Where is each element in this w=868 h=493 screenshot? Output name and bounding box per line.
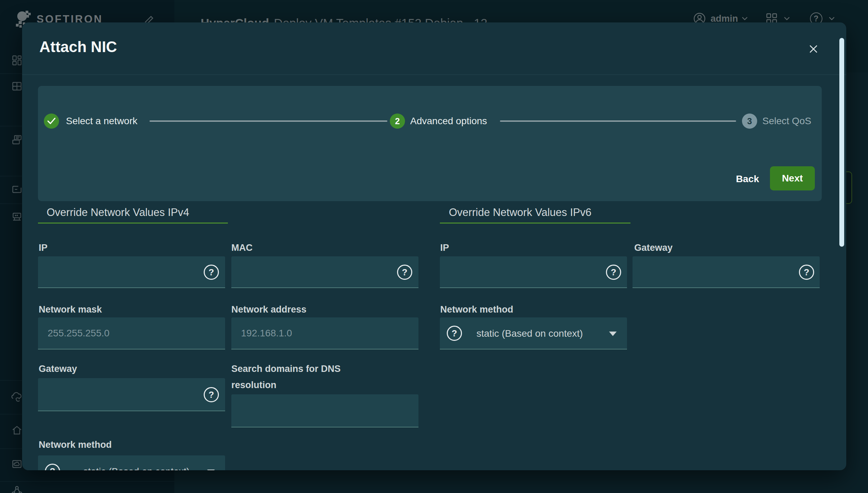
search-domains-field xyxy=(231,394,418,427)
network-address-input[interactable] xyxy=(231,317,418,349)
modal-title: Attach NIC xyxy=(39,38,117,56)
ipv6-gateway-field xyxy=(633,256,820,288)
ipv6-ip-field xyxy=(440,256,627,288)
step-number-badge: 2 xyxy=(390,114,405,129)
ipv4-mac-help-icon[interactable]: ? xyxy=(397,265,412,280)
method-help-icon[interactable]: ? xyxy=(45,464,60,470)
ipv4-ip-field xyxy=(38,256,225,288)
ipv4-network-method-select[interactable]: ? static (Based on context) xyxy=(38,455,225,470)
ipv6-ip-label: IP xyxy=(440,240,449,256)
ipv6-network-method-label: Network method xyxy=(440,302,513,318)
ipv6-gateway-help-icon[interactable]: ? xyxy=(799,265,814,280)
caret-down-icon xyxy=(609,332,617,336)
ipv4-mac-label: MAC xyxy=(231,240,253,256)
step-number-badge: 3 xyxy=(742,114,757,129)
step-label: Select QoS xyxy=(762,116,811,127)
ipv4-network-method-label: Network method xyxy=(39,437,112,453)
ipv4-ip-input[interactable] xyxy=(38,256,225,287)
step-connector xyxy=(150,120,387,122)
attach-nic-modal: Attach NIC Select a network 2 Advanced o… xyxy=(22,22,846,470)
ipv4-ip-help-icon[interactable]: ? xyxy=(204,265,219,280)
section-title-ipv4: Override Network Values IPv4 xyxy=(47,206,189,219)
ipv6-gateway-input[interactable] xyxy=(633,256,820,287)
step-done-check-icon xyxy=(44,114,59,129)
network-mask-field xyxy=(38,317,225,349)
close-icon[interactable] xyxy=(805,41,822,57)
network-mask-input[interactable] xyxy=(38,317,225,349)
caret-down-icon xyxy=(207,470,215,470)
section-title-ipv6: Override Network Values IPv6 xyxy=(449,206,591,219)
back-button[interactable]: Back xyxy=(725,172,770,186)
screen: SOFTIRON HyperCloudDeploy VM Templates #… xyxy=(0,0,868,493)
section-underline-ipv6 xyxy=(440,223,630,224)
search-domains-label: Search domains for DNS resolution xyxy=(231,361,380,393)
method-help-icon[interactable]: ? xyxy=(447,326,462,341)
modal-header-divider xyxy=(22,75,846,75)
section-underline-ipv4 xyxy=(38,223,228,224)
ipv4-ip-label: IP xyxy=(39,240,48,256)
ipv6-network-method-value: static (Based on context) xyxy=(476,328,583,339)
search-domains-textarea[interactable] xyxy=(231,394,418,427)
step-label: Select a network xyxy=(66,116,137,127)
ipv6-gateway-label: Gateway xyxy=(634,240,673,256)
ipv6-ip-help-icon[interactable]: ? xyxy=(606,265,621,280)
ipv4-gateway-field xyxy=(38,378,225,411)
ipv4-gateway-help-icon[interactable]: ? xyxy=(204,387,219,402)
next-button[interactable]: Next xyxy=(770,166,815,190)
ipv6-ip-input[interactable] xyxy=(440,256,627,287)
step-connector xyxy=(500,120,736,122)
ipv4-gateway-input[interactable] xyxy=(38,378,225,411)
ipv4-gateway-label: Gateway xyxy=(39,361,77,377)
step-label: Advanced options xyxy=(410,116,487,127)
ipv4-mac-input[interactable] xyxy=(231,256,418,287)
wizard-panel: Select a network 2 Advanced options 3 Se… xyxy=(38,86,822,201)
modal-scrollbar-thumb[interactable] xyxy=(839,38,844,247)
network-mask-label: Network mask xyxy=(39,302,102,318)
network-address-field xyxy=(231,317,418,349)
ipv4-mac-field xyxy=(231,256,418,288)
network-address-label: Network address xyxy=(231,302,307,318)
ipv6-network-method-select[interactable]: ? static (Based on context) xyxy=(440,317,627,349)
ipv4-network-method-value: static (Based on context) xyxy=(83,466,190,470)
